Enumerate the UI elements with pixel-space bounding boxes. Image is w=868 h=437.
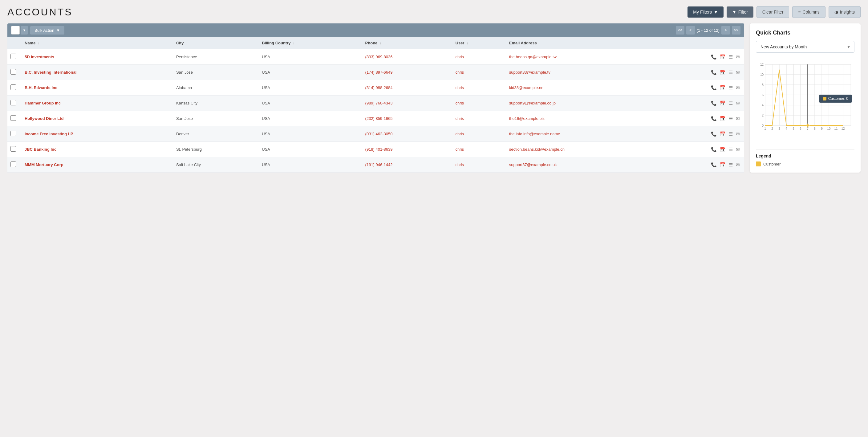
select-all-checkbox[interactable] (11, 26, 20, 34)
row-checkbox-1[interactable] (10, 69, 16, 75)
user-link[interactable]: chris (456, 116, 464, 121)
user-link[interactable]: chris (456, 55, 464, 59)
account-name-link[interactable]: MMM Mortuary Corp (25, 163, 63, 167)
list-action-icon[interactable]: ☰ (729, 100, 733, 106)
list-action-icon[interactable]: ☰ (729, 162, 733, 168)
phone-action-icon[interactable]: 📞 (711, 100, 717, 106)
email-action-icon[interactable]: ✉ (736, 162, 740, 168)
next-page-button[interactable]: > (721, 26, 730, 34)
email-address[interactable]: the.beans.qa@example.tw (509, 55, 557, 59)
email-action-icon[interactable]: ✉ (736, 54, 740, 60)
user-link[interactable]: chris (456, 147, 464, 152)
insights-button[interactable]: ◑ Insights (829, 6, 861, 18)
phone-action-icon[interactable]: 📞 (711, 70, 717, 75)
header-billing-country[interactable]: Billing Country ↕ (257, 37, 361, 49)
email-action-icon[interactable]: ✉ (736, 70, 740, 75)
account-name-link[interactable]: 5D Investments (25, 55, 54, 59)
header-phone[interactable]: Phone ↕ (361, 37, 451, 49)
first-page-button[interactable]: << (676, 26, 684, 34)
svg-text:10: 10 (760, 73, 764, 77)
last-page-button[interactable]: >> (732, 26, 741, 34)
email-address[interactable]: support91@example.co.jp (509, 101, 556, 106)
filter-button[interactable]: ▼ Filter (726, 6, 753, 18)
account-name-link[interactable]: Hammer Group Inc (25, 101, 61, 106)
email-address[interactable]: the.info.info@example.name (509, 132, 560, 136)
calendar-action-icon[interactable]: 📅 (720, 162, 726, 168)
bulk-pagination-bar: ▼ Bulk Action ▼ << < (1 - 12 of 12) > >> (7, 23, 744, 37)
row-checkbox-6[interactable] (10, 146, 16, 152)
row-phone-cell: (031) 462-3050 (361, 126, 451, 142)
phone-link[interactable]: (174) 897-6649 (365, 70, 393, 75)
calendar-action-icon[interactable]: 📅 (720, 100, 726, 106)
phone-link[interactable]: (191) 946-1442 (365, 163, 393, 167)
row-phone-cell: (232) 859-1665 (361, 111, 451, 126)
phone-action-icon[interactable]: 📞 (711, 131, 717, 137)
calendar-action-icon[interactable]: 📅 (720, 116, 726, 121)
list-action-icon[interactable]: ☰ (729, 70, 733, 75)
row-checkbox-2[interactable] (10, 84, 16, 90)
phone-link[interactable]: (031) 462-3050 (365, 132, 393, 136)
bulk-action-button[interactable]: Bulk Action ▼ (30, 26, 64, 34)
email-action-icon[interactable]: ✉ (736, 116, 740, 121)
row-city-cell: Salt Lake City (172, 157, 257, 173)
chart-type-select[interactable]: New Accounts by Month (756, 41, 855, 53)
list-action-icon[interactable]: ☰ (729, 147, 733, 152)
calendar-action-icon[interactable]: 📅 (720, 85, 726, 91)
email-address[interactable]: the16@example.biz (509, 116, 545, 121)
list-action-icon[interactable]: ☰ (729, 116, 733, 121)
my-filters-button[interactable]: My Filters ▼ (687, 6, 723, 18)
list-action-icon[interactable]: ☰ (729, 54, 733, 60)
email-address[interactable]: section.beans.kid@example.cn (509, 147, 565, 152)
phone-action-icon[interactable]: 📞 (711, 162, 717, 168)
phone-action-icon[interactable]: 📞 (711, 85, 717, 91)
user-link[interactable]: chris (456, 101, 464, 106)
header-city[interactable]: City ↕ (172, 37, 257, 49)
row-phone-cell: (893) 969-8036 (361, 49, 451, 65)
calendar-action-icon[interactable]: 📅 (720, 147, 726, 152)
header-user[interactable]: User ↕ (451, 37, 505, 49)
phone-action-icon[interactable]: 📞 (711, 116, 717, 121)
header-name[interactable]: Name ↕ (20, 37, 172, 49)
account-name-link[interactable]: B.C. Investing International (25, 70, 76, 75)
email-action-icon[interactable]: ✉ (736, 147, 740, 152)
columns-button[interactable]: ≡ Columns (792, 6, 825, 18)
list-action-icon[interactable]: ☰ (729, 85, 733, 91)
email-action-icon[interactable]: ✉ (736, 85, 740, 91)
top-bar: ACCOUNTS My Filters ▼ ▼ Filter Clear Fil… (7, 6, 861, 18)
email-address[interactable]: kid38@example.net (509, 85, 545, 90)
account-name-link[interactable]: Income Free Investing LP (25, 132, 73, 136)
account-name-link[interactable]: Hollywood Diner Ltd (25, 116, 63, 121)
phone-link[interactable]: (989) 760-4343 (365, 101, 393, 106)
account-name-link[interactable]: B.H. Edwards Inc (25, 85, 57, 90)
email-action-icon[interactable]: ✉ (736, 131, 740, 137)
prev-page-button[interactable]: < (686, 26, 695, 34)
email-action-icon[interactable]: ✉ (736, 100, 740, 106)
row-checkbox-4[interactable] (10, 115, 16, 121)
calendar-action-icon[interactable]: 📅 (720, 70, 726, 75)
user-link[interactable]: chris (456, 70, 464, 75)
user-link[interactable]: chris (456, 132, 464, 136)
account-name-link[interactable]: JBC Banking Inc (25, 147, 56, 152)
calendar-action-icon[interactable]: 📅 (720, 54, 726, 60)
user-link[interactable]: chris (456, 163, 464, 167)
row-checkbox-3[interactable] (10, 100, 16, 106)
bulk-action-chevron[interactable]: ▼ (21, 26, 28, 34)
phone-link[interactable]: (232) 859-1665 (365, 116, 393, 121)
user-link[interactable]: chris (456, 85, 464, 90)
clear-filter-button[interactable]: Clear Filter (756, 6, 789, 18)
row-checkbox-0[interactable] (10, 54, 16, 59)
row-checkbox-5[interactable] (10, 131, 16, 136)
svg-text:12: 12 (760, 63, 764, 66)
list-action-icon[interactable]: ☰ (729, 131, 733, 137)
email-address[interactable]: support37@example.co.uk (509, 163, 557, 167)
email-address[interactable]: support83@example.tv (509, 70, 551, 75)
calendar-action-icon[interactable]: 📅 (720, 131, 726, 137)
phone-link[interactable]: (918) 401-8639 (365, 147, 393, 152)
phone-link[interactable]: (314) 988-2684 (365, 85, 393, 90)
phone-action-icon[interactable]: 📞 (711, 147, 717, 152)
phone-action-icon[interactable]: 📞 (711, 54, 717, 60)
row-name-cell: JBC Banking Inc (20, 142, 172, 157)
phone-link[interactable]: (893) 969-8036 (365, 55, 393, 59)
svg-text:8: 8 (762, 83, 764, 87)
row-checkbox-7[interactable] (10, 162, 16, 167)
